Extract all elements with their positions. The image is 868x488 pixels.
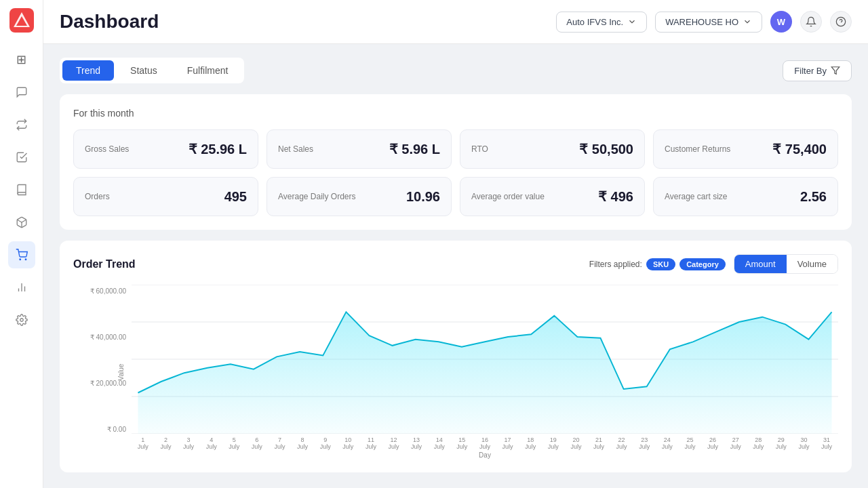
stat-gross-sales: Gross Sales ₹ 25.96 L [73,129,258,169]
x-label-4: 4July [200,436,223,450]
page-title: Dashboard [60,11,159,33]
x-axis-label: Day [132,451,838,459]
sku-filter-tag[interactable]: SKU [646,258,675,270]
x-label-17: 17July [496,436,519,450]
stats-grid: Gross Sales ₹ 25.96 L Net Sales ₹ 5.96 L… [73,129,838,216]
x-label-10: 10July [336,436,359,450]
tab-status[interactable]: Status [117,60,171,81]
x-label-18: 18July [519,436,542,450]
header: Dashboard Auto IFVS Inc. WAREHOUSE HO W [43,0,868,44]
stat-net-sales: Net Sales ₹ 5.96 L [267,129,452,169]
book-icon[interactable] [8,176,35,203]
view-toggle: Amount Volume [734,254,838,274]
transfer-icon[interactable] [8,111,35,138]
x-label-5: 5July [222,436,245,450]
company-dropdown[interactable]: Auto IFVS Inc. [556,12,647,33]
app-logo[interactable] [9,8,34,33]
volume-toggle[interactable]: Volume [787,255,837,273]
stat-customer-returns: Customer Returns ₹ 75,400 [653,129,838,169]
stats-title: For this month [73,108,838,119]
main-content: Dashboard Auto IFVS Inc. WAREHOUSE HO W [43,0,868,488]
x-axis-labels: 1July 2July 3July 4July 5July 6July 7Jul… [132,436,838,450]
x-label-31: 31July [815,436,838,450]
x-label-23: 23July [633,436,656,450]
x-label-2: 2July [155,436,178,450]
category-filter-tag[interactable]: Category [679,258,726,270]
x-label-7: 7July [269,436,292,450]
svg-marker-12 [831,67,840,75]
x-label-9: 9July [314,436,337,450]
svg-point-5 [25,259,26,260]
filter-by-button[interactable]: Filter By [783,60,852,81]
svg-point-10 [836,17,845,26]
chart-controls: Filters applied: SKU Category Amount Vol… [589,254,838,274]
order-trend-chart [132,285,838,434]
x-label-3: 3July [177,436,200,450]
warehouse-dropdown[interactable]: WAREHOUSE HO [655,12,762,33]
amount-toggle[interactable]: Amount [734,255,787,273]
chart-title: Order Trend [73,258,136,270]
y-tick-0: ₹ 0.00 [107,426,126,433]
y-tick-20k: ₹ 20,000.00 [90,380,126,387]
grid-icon[interactable]: ⊞ [8,46,35,73]
x-label-28: 28July [747,436,770,450]
filters-applied: Filters applied: SKU Category [589,258,726,270]
sidebar: ⊞ [0,0,43,488]
x-label-8: 8July [291,436,314,450]
x-label-21: 21July [587,436,610,450]
x-label-20: 20July [565,436,588,450]
x-label-19: 19July [542,436,565,450]
stat-avg-daily-orders: Average Daily Orders 10.96 [267,177,452,216]
stats-card: For this month Gross Sales ₹ 25.96 L Net… [60,94,852,230]
avatar[interactable]: W [770,11,792,33]
stat-avg-cart-size: Average cart size 2.56 [653,177,838,216]
tab-fulfilment[interactable]: Fulfilment [174,60,242,81]
x-label-27: 27July [724,436,747,450]
x-label-26: 26July [701,436,724,450]
x-label-13: 13July [405,436,428,450]
notification-icon[interactable] [800,11,822,33]
x-label-1: 1July [132,436,155,450]
x-label-6: 6July [245,436,269,450]
analytics-icon[interactable] [8,274,35,301]
x-label-30: 30July [793,436,816,450]
x-label-25: 25July [679,436,702,450]
chat-icon[interactable] [8,79,35,106]
x-label-12: 12July [382,436,406,450]
cart-icon[interactable] [8,241,35,268]
chart-header: Order Trend Filters applied: SKU Categor… [73,254,838,274]
x-label-29: 29July [770,436,793,450]
chart-card: Order Trend Filters applied: SKU Categor… [60,241,852,472]
tabs-bar: Trend Status Fulfilment Filter By [60,58,852,83]
stat-rto: RTO ₹ 50,500 [460,129,645,169]
x-label-14: 14July [428,436,451,450]
header-actions: Auto IFVS Inc. WAREHOUSE HO W [556,11,852,33]
help-icon[interactable] [830,11,852,33]
checkbox-icon[interactable] [8,144,35,171]
content-area: Trend Status Fulfilment Filter By For th… [43,44,868,488]
stat-orders: Orders 495 [73,177,258,216]
y-tick-60k: ₹ 60,000.00 [90,287,126,295]
y-axis-label: Value [117,363,125,380]
svg-point-4 [20,259,21,260]
y-tick-40k: ₹ 40,000.00 [90,333,126,341]
x-label-11: 11July [359,436,382,450]
x-label-24: 24July [656,436,679,450]
settings-icon[interactable] [8,306,35,333]
x-label-22: 22July [610,436,633,450]
tab-list: Trend Status Fulfilment [60,58,244,83]
tab-trend[interactable]: Trend [62,60,114,81]
stat-avg-order-value: Average order value ₹ 496 [460,177,645,216]
svg-point-9 [20,319,23,322]
x-label-16: 16July [473,436,496,450]
x-label-15: 15July [451,436,474,450]
box-icon[interactable] [8,209,35,236]
